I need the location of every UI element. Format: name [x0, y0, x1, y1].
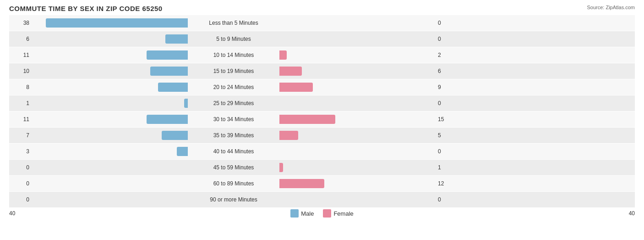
female-value: 0: [435, 148, 458, 155]
male-color-box: [290, 209, 299, 218]
female-bar-container: [279, 131, 435, 140]
chart-row: 3 40 to 44 Minutes 0: [9, 144, 635, 159]
female-bar-container: [279, 163, 435, 172]
male-bar: [147, 115, 188, 124]
row-label: 15 to 19 Minutes: [188, 68, 279, 74]
female-bar-container: [279, 67, 435, 76]
female-bar-container: [279, 195, 435, 204]
axis-right-label: 40: [607, 210, 635, 217]
legend-area: 40 Male Female 40: [9, 209, 635, 218]
row-label: 90 or more Minutes: [188, 196, 279, 203]
female-bar: [279, 179, 324, 188]
male-bar-container: [32, 147, 188, 156]
chart-row: 0 90 or more Minutes 0: [9, 192, 635, 207]
legend-female: Female: [323, 209, 353, 218]
row-label: 25 to 29 Minutes: [188, 100, 279, 106]
row-label: 60 to 89 Minutes: [188, 180, 279, 187]
male-value: 38: [9, 20, 32, 26]
chart-row: 1 25 to 29 Minutes 0: [9, 95, 635, 111]
female-bar: [279, 115, 335, 124]
chart-row: 8 20 to 24 Minutes 9: [9, 79, 635, 95]
female-bar: [279, 163, 283, 172]
female-bar-container: [279, 83, 435, 92]
female-value: 0: [435, 196, 458, 203]
female-value: 5: [435, 132, 458, 139]
female-bar-container: [279, 99, 435, 108]
male-value: 0: [9, 164, 32, 171]
female-value: 12: [435, 180, 458, 187]
male-bar-container: [32, 99, 188, 108]
female-bar-container: [279, 18, 435, 28]
chart-row: 0 45 to 59 Minutes 1: [9, 160, 635, 175]
male-bar: [158, 83, 188, 92]
male-value: 8: [9, 84, 32, 90]
male-bar-container: [32, 34, 188, 44]
female-bar: [279, 131, 298, 140]
male-bar: [150, 67, 188, 76]
female-bar-container: [279, 115, 435, 124]
female-value: 15: [435, 116, 458, 123]
bars-area: 38 Less than 5 Minutes 0 6 5 to 9 Minute…: [9, 15, 635, 207]
row-label: 20 to 24 Minutes: [188, 84, 279, 90]
female-value: 6: [435, 68, 458, 74]
male-bar-container: [32, 83, 188, 92]
male-value: 7: [9, 132, 32, 139]
male-value: 0: [9, 196, 32, 203]
male-label: Male: [301, 210, 314, 217]
male-bar: [184, 99, 188, 108]
chart-row: 6 5 to 9 Minutes 0: [9, 31, 635, 47]
chart-row: 0 60 to 89 Minutes 12: [9, 176, 635, 191]
male-bar: [165, 34, 188, 44]
source-label: Source: ZipAtlas.com: [587, 5, 635, 10]
legend-male: Male: [290, 209, 314, 218]
female-bar: [279, 83, 313, 92]
chart-row: 11 10 to 14 Minutes 2: [9, 47, 635, 63]
female-bar-container: [279, 34, 435, 44]
male-value: 0: [9, 180, 32, 187]
female-label: Female: [333, 210, 353, 217]
male-value: 10: [9, 68, 32, 74]
row-label: Less than 5 Minutes: [188, 20, 279, 26]
female-value: 0: [435, 20, 458, 26]
chart-row: 38 Less than 5 Minutes 0: [9, 15, 635, 31]
female-bar-container: [279, 50, 435, 60]
male-bar: [177, 147, 188, 156]
female-value: 1: [435, 164, 458, 171]
row-label: 5 to 9 Minutes: [188, 36, 279, 42]
male-bar-container: [32, 67, 188, 76]
male-value: 11: [9, 116, 32, 123]
row-label: 30 to 34 Minutes: [188, 116, 279, 123]
male-bar-container: [32, 18, 188, 28]
male-value: 6: [9, 36, 32, 42]
female-bar: [279, 50, 287, 60]
male-bar-container: [32, 50, 188, 60]
male-value: 1: [9, 100, 32, 106]
row-label: 40 to 44 Minutes: [188, 148, 279, 155]
chart-row: 10 15 to 19 Minutes 6: [9, 63, 635, 79]
male-bar: [162, 131, 188, 140]
male-value: 11: [9, 52, 32, 58]
male-bar-container: [32, 195, 188, 204]
male-bar-container: [32, 163, 188, 172]
female-value: 2: [435, 52, 458, 58]
female-bar: [279, 67, 302, 76]
female-bar-container: [279, 179, 435, 188]
axis-left-label: 40: [9, 210, 37, 217]
male-bar: [147, 50, 188, 60]
row-label: 45 to 59 Minutes: [188, 164, 279, 171]
male-value: 3: [9, 148, 32, 155]
female-value: 0: [435, 36, 458, 42]
female-color-box: [323, 209, 331, 218]
chart-title: COMMUTE TIME BY SEX IN ZIP CODE 65250: [9, 5, 635, 12]
female-value: 0: [435, 100, 458, 106]
legend: Male Female: [290, 209, 354, 218]
male-bar-container: [32, 115, 188, 124]
chart-row: 7 35 to 39 Minutes 5: [9, 128, 635, 143]
chart-row: 11 30 to 34 Minutes 15: [9, 112, 635, 127]
male-bar-container: [32, 131, 188, 140]
male-bar-container: [32, 179, 188, 188]
female-bar-container: [279, 147, 435, 156]
chart-container: COMMUTE TIME BY SEX IN ZIP CODE 65250 So…: [0, 0, 644, 240]
female-value: 9: [435, 84, 458, 90]
male-bar: [46, 18, 188, 28]
